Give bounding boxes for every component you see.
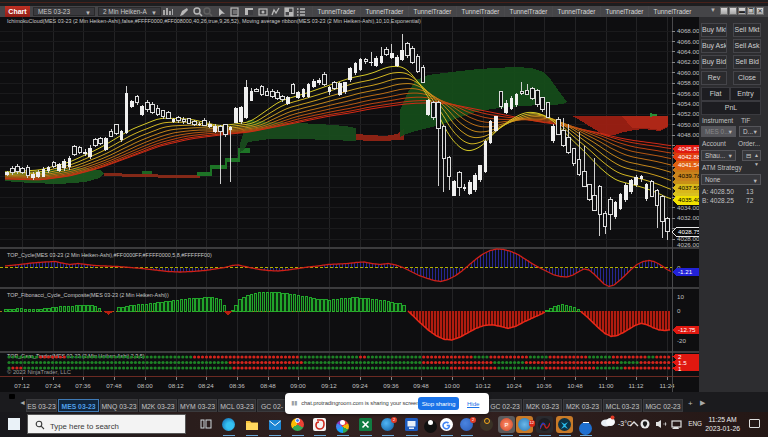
svg-text:07:48: 07:48 (106, 382, 122, 389)
svg-text:-1.21: -1.21 (678, 268, 693, 275)
svg-text:09:36: 09:36 (383, 382, 399, 389)
svg-text:4042.88: 4042.88 (678, 153, 701, 160)
svg-text:07:36: 07:36 (75, 382, 91, 389)
svg-text:11:24: 11:24 (659, 382, 675, 389)
svg-text:08:00: 08:00 (137, 382, 153, 389)
svg-text:4058.00: 4058.00 (677, 79, 700, 86)
svg-text:08:24: 08:24 (198, 382, 214, 389)
svg-text:09:24: 09:24 (352, 382, 368, 389)
svg-text:10:24: 10:24 (506, 382, 522, 389)
svg-text:0: 0 (677, 307, 681, 314)
svg-text:10:12: 10:12 (475, 382, 491, 389)
svg-text:4028.75: 4028.75 (678, 228, 701, 235)
svg-text:4068.00: 4068.00 (677, 27, 700, 34)
svg-text:11:00: 11:00 (598, 382, 614, 389)
svg-text:10:00: 10:00 (444, 382, 460, 389)
svg-text:09:12: 09:12 (321, 382, 337, 389)
svg-text:09:48: 09:48 (413, 382, 429, 389)
svg-text:10:48: 10:48 (567, 382, 583, 389)
svg-text:4034.00: 4034.00 (677, 204, 700, 211)
svg-text:4060.00: 4060.00 (677, 69, 700, 76)
svg-text:-20: -20 (677, 337, 687, 344)
svg-text:1: 1 (678, 365, 682, 372)
svg-text:4048.00: 4048.00 (677, 131, 700, 138)
svg-text:10: 10 (677, 293, 684, 300)
svg-text:11:12: 11:12 (628, 382, 644, 389)
svg-text:TOP_Fibonacci_Cycle_Composite(: TOP_Fibonacci_Cycle_Composite(MES 03-23 … (7, 292, 169, 298)
svg-text:09:00: 09:00 (290, 382, 306, 389)
svg-text:IchimokuCloud(MES 03-23 (2 Min: IchimokuCloud(MES 03-23 (2 Min Heiken-As… (7, 18, 421, 24)
svg-text:4056.00: 4056.00 (677, 90, 700, 97)
svg-text:4052.00: 4052.00 (677, 110, 700, 117)
svg-text:4037.59: 4037.59 (678, 184, 701, 191)
svg-text:4039.78: 4039.78 (678, 172, 701, 179)
svg-text:08:48: 08:48 (260, 382, 276, 389)
svg-text:-12.75: -12.75 (678, 326, 696, 333)
svg-text:10:36: 10:36 (536, 382, 552, 389)
svg-text:4066.00: 4066.00 (677, 38, 700, 45)
svg-text:4050.00: 4050.00 (677, 121, 700, 128)
svg-text:07:12: 07:12 (14, 382, 30, 389)
svg-text:© 2023 NinjaTrader, LLC: © 2023 NinjaTrader, LLC (7, 369, 71, 375)
svg-text:4041.54: 4041.54 (678, 161, 701, 168)
svg-text:08:36: 08:36 (229, 382, 245, 389)
svg-text:4062.00: 4062.00 (677, 58, 700, 65)
svg-text:4026.00: 4026.00 (677, 241, 700, 248)
svg-text:4045.87: 4045.87 (678, 145, 701, 152)
svg-text:TOP_Cycle(MES 03-23 (2 Min Hei: TOP_Cycle(MES 03-23 (2 Min Heiken-Ashi),… (7, 252, 212, 258)
svg-text:4054.00: 4054.00 (677, 100, 700, 107)
svg-text:4032.00: 4032.00 (677, 214, 700, 221)
svg-text:07:24: 07:24 (45, 382, 61, 389)
svg-text:08:12: 08:12 (168, 382, 184, 389)
svg-text:4035.40: 4035.40 (678, 196, 701, 203)
svg-text:4064.00: 4064.00 (677, 48, 700, 55)
